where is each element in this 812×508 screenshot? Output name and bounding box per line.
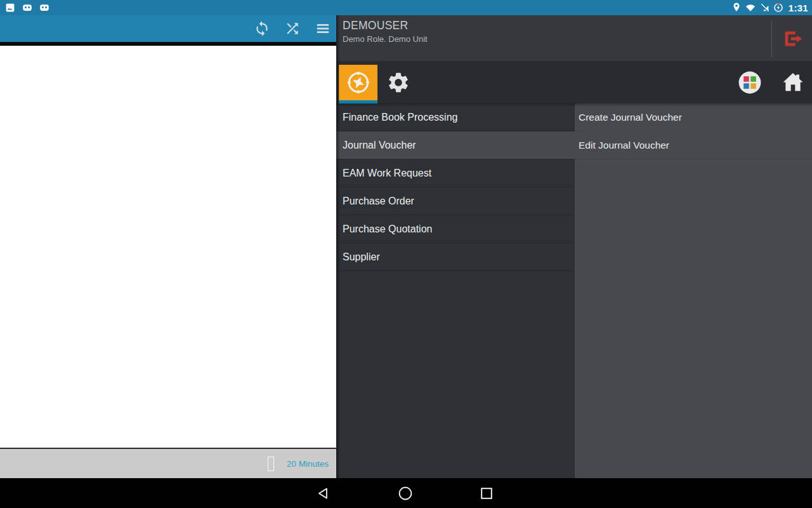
menu-item-journal-voucher[interactable]: Journal Voucher <box>336 131 575 159</box>
drawer-body: Finance Book Processing Journal Voucher … <box>336 104 812 478</box>
recents-button[interactable] <box>458 478 515 508</box>
logout-icon <box>780 27 804 51</box>
username-label: DEMOUSER <box>343 19 409 32</box>
left-app-footer-bar: 20 Minutes <box>0 448 336 478</box>
robot-icon <box>39 2 50 13</box>
logout-button[interactable] <box>779 25 806 52</box>
recents-icon <box>478 485 495 502</box>
drawer-tab-bar <box>336 61 812 104</box>
activity-submenu-list: Create Journal Voucher Edit Journal Vouc… <box>575 104 812 478</box>
menu-item-eam-work-request[interactable]: EAM Work Request <box>336 159 575 187</box>
submenu-item-create-journal-voucher[interactable]: Create Journal Voucher <box>575 104 812 131</box>
status-bar-notifications <box>4 0 50 15</box>
header-divider <box>771 20 772 57</box>
compass-icon <box>345 69 372 96</box>
app-grid-button[interactable] <box>736 69 764 97</box>
missing-glyph-box <box>268 457 274 471</box>
back-icon <box>316 485 332 502</box>
shuffle-icon[interactable] <box>284 20 301 37</box>
tab-settings[interactable] <box>384 69 412 97</box>
android-home-icon <box>397 485 414 502</box>
left-app-content <box>0 46 336 448</box>
menu-item-purchase-quotation[interactable]: Purchase Quotation <box>336 215 575 243</box>
screen: 1:31 20 Minutes <box>0 0 812 508</box>
no-sim-icon <box>759 2 770 13</box>
drawer-user-header: DEMOUSER Demo Role. Demo Unit <box>336 15 812 61</box>
submenu-item-edit-journal-voucher[interactable]: Edit Journal Voucher <box>575 131 812 159</box>
screenshot-icon <box>4 2 16 13</box>
battery-charging-icon <box>773 2 784 13</box>
home-icon <box>780 70 806 95</box>
menu-item-supplier[interactable]: Supplier <box>336 243 575 271</box>
module-menu-list: Finance Book Processing Journal Voucher … <box>336 104 575 478</box>
robot-icon <box>22 2 33 13</box>
menu-item-finance-book-processing[interactable]: Finance Book Processing <box>336 104 575 131</box>
tab-activities-background <box>339 65 377 100</box>
left-app-header <box>0 15 336 44</box>
wifi-icon <box>745 2 756 13</box>
tab-activities[interactable] <box>339 65 377 104</box>
android-navigation-bar <box>0 478 812 508</box>
android-home-button[interactable] <box>377 478 434 508</box>
status-bar-system-icons: 1:31 <box>731 0 808 15</box>
role-unit-label: Demo Role. Demo Unit <box>343 34 428 44</box>
gear-icon <box>386 70 410 95</box>
menu-item-purchase-order[interactable]: Purchase Order <box>336 187 575 215</box>
sync-icon[interactable] <box>254 20 270 37</box>
location-icon <box>731 2 742 13</box>
back-button[interactable] <box>296 478 353 508</box>
app-grid-icon <box>738 70 762 95</box>
menu-icon[interactable] <box>315 20 331 37</box>
status-bar-clock: 1:31 <box>789 3 808 13</box>
status-bar: 1:31 <box>0 0 812 15</box>
home-shortcut-button[interactable] <box>779 69 807 97</box>
navigation-drawer: DEMOUSER Demo Role. Demo Unit <box>336 15 812 478</box>
duration-button[interactable]: 20 Minutes <box>287 449 329 478</box>
